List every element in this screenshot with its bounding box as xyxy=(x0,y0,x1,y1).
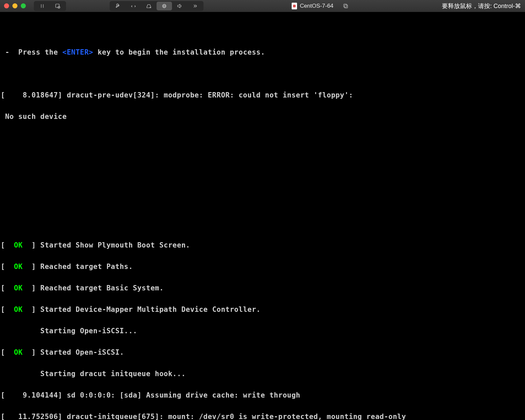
boot-log-line: [ OK ] Started Open-iSCSI. xyxy=(0,347,525,358)
ok-status: OK xyxy=(14,284,22,292)
copy-icon xyxy=(342,3,349,9)
resize-icon xyxy=(130,3,136,9)
boot-log-line: [ OK ] Started Device-Mapper Multipath D… xyxy=(0,304,525,315)
traffic-lights xyxy=(4,3,26,8)
blank-gap xyxy=(0,208,525,229)
svg-rect-8 xyxy=(344,5,347,8)
window-title: CentOS-7-64 xyxy=(203,2,438,10)
fullscreen-window-button[interactable] xyxy=(21,3,26,8)
minimize-window-button[interactable] xyxy=(12,3,17,8)
boot-log-line: Starting dracut initqueue hook... xyxy=(0,368,525,379)
vm-console[interactable]: - Press the <ENTER> key to begin the ins… xyxy=(0,12,525,420)
pause-icon xyxy=(39,3,45,9)
network-button[interactable] xyxy=(157,2,172,10)
chevron-double-right-icon xyxy=(192,3,198,9)
settings-button[interactable] xyxy=(110,2,126,10)
close-window-button[interactable] xyxy=(4,3,9,8)
ok-status: OK xyxy=(14,305,22,313)
network-icon xyxy=(161,3,167,9)
blank-gap xyxy=(0,133,525,197)
disk-button[interactable] xyxy=(141,2,157,10)
svg-rect-9 xyxy=(344,4,347,7)
mouse-release-hint: 要释放鼠标，请按: Control-⌘ xyxy=(442,2,521,10)
vm-devices-group xyxy=(110,1,203,11)
enter-key-label: <ENTER> xyxy=(62,48,93,56)
kernel-error-line-2: No such device xyxy=(0,111,525,122)
snapshot-icon xyxy=(55,3,61,9)
copy-button[interactable] xyxy=(342,2,350,10)
snapshot-button[interactable] xyxy=(50,2,65,10)
boot-log-line: [ OK ] Reached target Basic System. xyxy=(0,283,525,293)
sound-button[interactable] xyxy=(172,2,187,10)
boot-log-line: [ OK ] Started Show Plymouth Boot Screen… xyxy=(0,240,525,251)
boot-log-line: Starting Open-iSCSI... xyxy=(0,326,525,336)
vm-control-group xyxy=(34,1,66,11)
sound-icon xyxy=(177,3,183,9)
boot-log-line: [ 11.752506] dracut-initqueue[675]: moun… xyxy=(0,411,525,420)
disk-icon xyxy=(146,3,152,9)
svg-rect-2 xyxy=(56,4,59,8)
boot-prompt: - Press the <ENTER> key to begin the ins… xyxy=(0,47,525,58)
svg-point-4 xyxy=(150,7,150,7)
more-button[interactable] xyxy=(187,2,203,10)
ok-status: OK xyxy=(14,348,22,356)
vm-name-label: CentOS-7-64 xyxy=(300,3,333,9)
kernel-error-line: [ 8.018647] dracut-pre-udev[324]: modpro… xyxy=(0,90,525,100)
boot-log-line: [ OK ] Reached target Paths. xyxy=(0,261,525,272)
resize-button[interactable] xyxy=(126,2,141,10)
vm-document-icon xyxy=(292,3,297,9)
ok-status: OK xyxy=(14,241,22,249)
boot-log-line: [ 9.104144] sd 0:0:0:0: [sda] Assuming d… xyxy=(0,390,525,401)
window-titlebar: CentOS-7-64 要释放鼠标，请按: Control-⌘ xyxy=(0,0,525,12)
wrench-icon xyxy=(115,3,121,9)
ok-status: OK xyxy=(14,263,22,271)
pause-button[interactable] xyxy=(35,2,50,10)
